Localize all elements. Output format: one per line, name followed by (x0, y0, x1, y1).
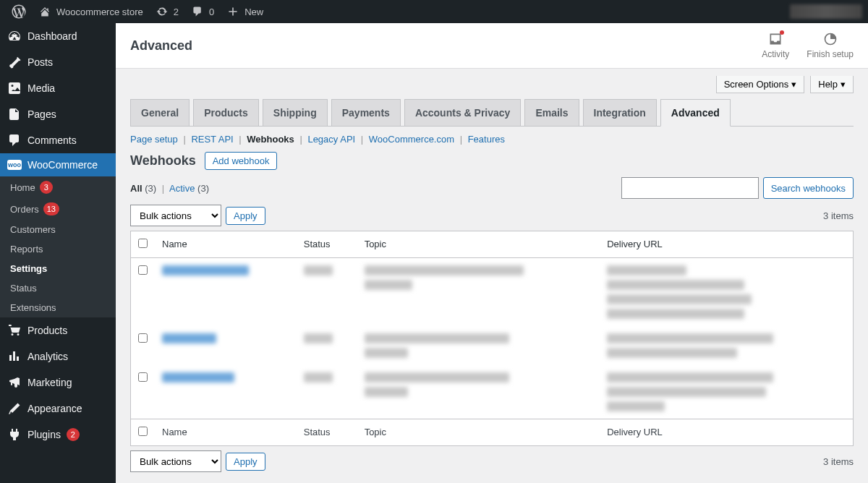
sidebar-item-marketing[interactable]: Marketing (0, 369, 116, 396)
brush-icon (7, 401, 22, 416)
sidebar-sub-label: Extensions (10, 302, 56, 313)
subnav-rest-api[interactable]: REST API (191, 134, 233, 145)
sidebar-sub-orders[interactable]: Orders 13 (0, 198, 116, 220)
tab-integration[interactable]: Integration (583, 99, 657, 126)
count-badge: 2 (67, 428, 80, 441)
help-button[interactable]: Help ▾ (810, 76, 854, 93)
activity-button[interactable]: Activity (762, 32, 789, 59)
comments-count: 0 (209, 7, 214, 17)
sidebar-item-media[interactable]: Media (0, 75, 116, 101)
comment-icon (190, 4, 205, 19)
col-status[interactable]: Status (297, 231, 357, 258)
sidebar-item-analytics[interactable]: Analytics (0, 343, 116, 369)
main-content: Advanced Activity Finish setup Screen Op… (116, 23, 868, 483)
sidebar-sub-extensions[interactable]: Extensions (0, 298, 116, 317)
filter-links: All (3) | Active (3) (130, 183, 209, 194)
subnav-woocommerce-com[interactable]: WooCommerce.com (369, 134, 454, 145)
sidebar-item-appearance[interactable]: Appearance (0, 396, 116, 422)
webhook-status (304, 333, 333, 343)
sidebar-item-label: WooCommerce (27, 159, 98, 171)
products-icon (7, 323, 22, 338)
analytics-icon (7, 349, 22, 364)
tab-accounts-privacy[interactable]: Accounts & Privacy (404, 99, 522, 126)
sidebar-sub-reports[interactable]: Reports (0, 239, 116, 259)
admin-sidebar: Dashboard Posts Media Pages Comments woo… (0, 23, 116, 483)
progress-icon (823, 32, 838, 46)
megaphone-icon (7, 375, 22, 390)
webhook-name-link[interactable] (162, 333, 216, 343)
site-name-link[interactable]: Woocommerce store (32, 0, 149, 23)
apply-bulk-bottom-button[interactable]: Apply (226, 453, 265, 471)
sidebar-item-woocommerce[interactable]: woo WooCommerce (0, 153, 116, 176)
search-input[interactable] (621, 177, 759, 199)
wp-logo[interactable] (6, 0, 32, 23)
new-content-link[interactable]: New (220, 0, 269, 23)
sidebar-item-label: Products (27, 325, 67, 336)
finish-setup-button[interactable]: Finish setup (807, 32, 854, 59)
updates-link[interactable]: 2 (149, 0, 184, 23)
dashboard-icon (7, 29, 22, 43)
subnav-features[interactable]: Features (468, 134, 505, 145)
row-checkbox[interactable] (138, 265, 148, 275)
tab-products[interactable]: Products (193, 99, 259, 126)
col-topic-foot: Topic (357, 419, 600, 446)
sidebar-item-label: Appearance (27, 403, 82, 414)
sidebar-item-pages[interactable]: Pages (0, 101, 116, 127)
sidebar-item-label: Pages (27, 108, 56, 120)
filter-all[interactable]: All (130, 183, 142, 194)
tab-general[interactable]: General (130, 99, 190, 126)
section-title: Webhooks (130, 153, 196, 168)
sidebar-sub-customers[interactable]: Customers (0, 220, 116, 239)
col-topic[interactable]: Topic (357, 231, 600, 258)
tab-advanced[interactable]: Advanced (660, 99, 731, 127)
sidebar-item-label: Plugins (27, 429, 61, 440)
row-checkbox[interactable] (138, 372, 148, 382)
sidebar-sub-settings[interactable]: Settings (0, 259, 116, 278)
screen-options-button[interactable]: Screen Options ▾ (716, 76, 805, 93)
sidebar-item-plugins[interactable]: Plugins 2 (0, 422, 116, 448)
tab-payments[interactable]: Payments (331, 99, 401, 126)
webhook-topic (365, 265, 524, 275)
plug-icon (7, 427, 22, 442)
tab-emails[interactable]: Emails (524, 99, 579, 126)
filter-active-count: (3) (197, 183, 209, 194)
bulk-actions-select-top[interactable]: Bulk actions (130, 205, 221, 226)
webhook-status (304, 265, 333, 275)
sidebar-item-dashboard[interactable]: Dashboard (0, 23, 116, 49)
tab-shipping[interactable]: Shipping (263, 99, 328, 126)
select-all-top[interactable] (138, 239, 148, 248)
count-badge: 13 (43, 202, 59, 215)
row-checkbox[interactable] (138, 333, 148, 343)
new-label: New (244, 7, 263, 17)
table-row (131, 365, 854, 419)
filter-active[interactable]: Active (169, 183, 195, 194)
subnav-legacy-api[interactable]: Legacy API (307, 134, 355, 145)
chevron-down-icon: ▾ (791, 79, 796, 90)
items-count-top: 3 items (823, 210, 854, 221)
subnav-page-setup[interactable]: Page setup (130, 134, 178, 145)
apply-bulk-top-button[interactable]: Apply (226, 207, 265, 225)
col-name[interactable]: Name (155, 231, 297, 258)
select-all-bottom[interactable] (138, 427, 148, 436)
webhook-topic (365, 333, 509, 343)
webhook-delivery-url (607, 333, 846, 358)
sidebar-sub-home[interactable]: Home 3 (0, 176, 116, 198)
sidebar-item-posts[interactable]: Posts (0, 49, 116, 75)
user-account-blurred[interactable] (790, 4, 862, 19)
bulk-actions-select-bottom[interactable]: Bulk actions (130, 450, 221, 472)
filter-all-count: (3) (145, 183, 156, 194)
subnav-webhooks[interactable]: Webhooks (247, 134, 294, 145)
comments-link[interactable]: 0 (184, 0, 220, 23)
webhook-name-link[interactable] (162, 372, 234, 382)
webhook-name-link[interactable] (162, 265, 249, 275)
sidebar-item-products[interactable]: Products (0, 317, 116, 343)
chevron-down-icon: ▾ (841, 79, 846, 90)
sidebar-item-comments[interactable]: Comments (0, 127, 116, 153)
add-webhook-button[interactable]: Add webhook (205, 152, 278, 170)
items-count-bottom: 3 items (823, 456, 854, 467)
col-delivery[interactable]: Delivery URL (600, 231, 853, 258)
search-webhooks-button[interactable]: Search webhooks (763, 177, 854, 199)
sidebar-sub-label: Reports (10, 244, 43, 255)
settings-tabs: GeneralProductsShippingPaymentsAccounts … (130, 99, 854, 127)
sidebar-sub-status[interactable]: Status (0, 278, 116, 298)
